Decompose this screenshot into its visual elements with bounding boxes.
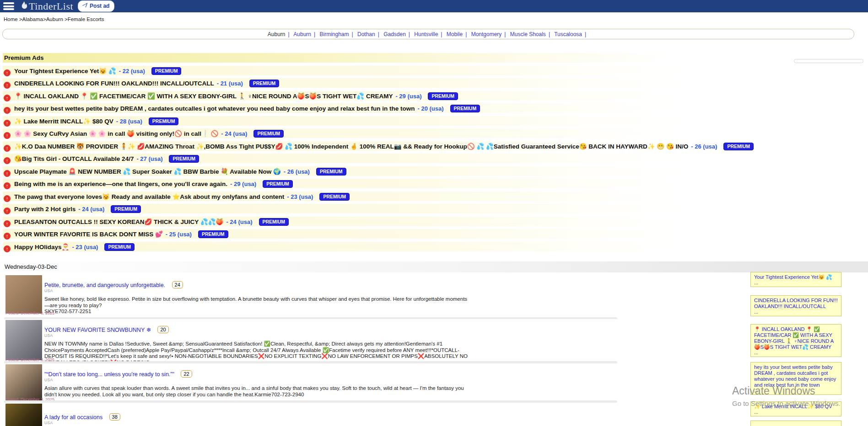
brand-logo[interactable]: TinderList bbox=[20, 0, 73, 12]
city-link-montgomery[interactable]: Montgomery bbox=[471, 31, 502, 37]
sidebar-ad-text: hey its your best wettes petite baby DRE… bbox=[754, 364, 838, 388]
listing-description-text: Sweet like honey, bold like espresso. Pe… bbox=[44, 296, 467, 308]
city-link-huntsville[interactable]: Huntsville bbox=[414, 31, 438, 37]
premium-badge: PREMIUM bbox=[253, 130, 284, 138]
premium-ad-meta: - 28 (usa) bbox=[116, 118, 142, 125]
premium-ad-title[interactable]: 🌸 🌸 Sexy CuRvy Asian 🌸 🌸 in call 🍑 visit… bbox=[14, 130, 218, 137]
premium-ad-title[interactable]: ✨ Lake Merritt INCALL✨ $80 QV bbox=[14, 118, 113, 125]
page: TinderList Post ad Home >Alabama>Auburn … bbox=[0, 0, 868, 426]
city-separator: | bbox=[504, 31, 506, 37]
premium-badge: PREMIUM bbox=[111, 205, 141, 213]
city-separator: | bbox=[585, 31, 586, 37]
bump-up-icon: ↑ bbox=[4, 233, 11, 240]
city-link-auburn[interactable]: Auburn bbox=[293, 31, 311, 37]
bump-up-icon: ↑ bbox=[4, 82, 11, 89]
premium-ad-meta: - 29 (usa) bbox=[230, 181, 256, 187]
city-link-dothan[interactable]: Dothan bbox=[357, 31, 375, 37]
bump-up-icon: ↑ bbox=[4, 245, 11, 252]
premium-badge: PREMIUM bbox=[316, 168, 346, 176]
listing-thumbnail[interactable] bbox=[5, 320, 42, 360]
premium-ad-title[interactable]: YOUR WINTER FAVORITE IS BACK DONT MISS 💕 bbox=[14, 231, 163, 238]
date-heading: Wednesday-03-Dec bbox=[5, 263, 57, 270]
breadcrumb[interactable]: Home >Alabama>Auburn >Female Escorts bbox=[4, 16, 104, 22]
sidebar-ad-text: Your Tightest Experience Yet😼 💦 bbox=[754, 274, 838, 280]
listing-country: USA bbox=[44, 378, 53, 382]
premium-ad-meta: - 29 (usa) bbox=[395, 93, 421, 100]
bump-up-icon: ↑ bbox=[4, 195, 11, 202]
flame-icon bbox=[20, 1, 28, 12]
premium-ad-row: ↑✨K.O Daa NUMBER 🐯 PROVIDER 🧍✨ 💋AMAZING … bbox=[3, 141, 746, 151]
premium-ad-meta: - 20 (usa) bbox=[417, 105, 443, 112]
listing-thumbnail[interactable] bbox=[5, 364, 42, 401]
premium-ad-title[interactable]: hey its your best wettes petite baby DRE… bbox=[14, 105, 415, 112]
listing-description: Sweet like honey, bold like espresso. Pe… bbox=[44, 296, 468, 315]
listing-row: "“Don't stare too long... unless you're … bbox=[0, 363, 631, 400]
listing-thumbnail[interactable] bbox=[5, 275, 42, 314]
sidebar-ad-box[interactable] bbox=[750, 421, 841, 426]
premium-badge: PREMIUM bbox=[723, 143, 754, 150]
premium-ad-meta: - 22 (usa) bbox=[119, 68, 145, 75]
city-link-tuscaloosa[interactable]: Tuscaloosa bbox=[554, 31, 582, 37]
post-ad-label: Post ad bbox=[90, 3, 109, 9]
premium-ad-title[interactable]: ✨K.O Daa NUMBER 🐯 PROVIDER 🧍✨ 💋AMAZING T… bbox=[14, 143, 688, 150]
sidebar-ad-text: ✨ Lake Merritt INCALL✨ $80 QV bbox=[754, 404, 838, 410]
city-nav: Auburn| Auburn| Birmingham| Dothan| Gads… bbox=[2, 29, 854, 39]
premium-ad-title[interactable]: 😘Big Tits Girl - OUTCALL Available 24/7 bbox=[14, 155, 134, 162]
listing-title[interactable]: Petite, brunette, and dangerously unforg… bbox=[44, 282, 165, 288]
premium-badge: PREMIUM bbox=[428, 92, 458, 100]
hamburger-menu-icon[interactable] bbox=[3, 2, 14, 10]
city-separator: | bbox=[352, 31, 353, 37]
listing-description: Asian allure with curves that speak loud… bbox=[44, 385, 468, 398]
premium-ad-title[interactable]: The pawg that everyone loves😼 Ready and … bbox=[14, 193, 284, 200]
premium-ad-title[interactable]: Being with me is an experience—one that … bbox=[14, 181, 227, 187]
sidebar-ad-box[interactable]: Your Tightest Experience Yet😼 💦 ... bbox=[750, 272, 841, 287]
sidebar-ad-box[interactable]: 📍 INCALL OAKLAND 📍 ✅ FACETIME/CAR ✅ WITH… bbox=[750, 324, 841, 357]
sidebar-ad-box[interactable]: CINDERELLA LOOKING FOR FUN!!! OAKLAND!!!… bbox=[750, 295, 841, 316]
premium-ad-row: ↑😘Big Tits Girl - OUTCALL Available 24/7… bbox=[3, 154, 746, 163]
premium-ad-title[interactable]: PLEASANTON OUTCALLS !! SEXY KOREAN💋 THIC… bbox=[14, 218, 223, 225]
city-current: Auburn bbox=[268, 31, 286, 37]
premium-ad-row: ↑Upscale Playmate 🚨 NEW NUMBER 💦 Super S… bbox=[3, 166, 746, 176]
city-separator: | bbox=[288, 31, 290, 37]
age-badge: 24 bbox=[172, 281, 183, 288]
city-link-birmingham[interactable]: Birmingham bbox=[319, 31, 349, 37]
sidebar-ad-ellipsis: ... bbox=[754, 388, 838, 393]
bump-up-icon: ↑ bbox=[4, 107, 11, 114]
premium-ad-row: ↑Being with me is an experience—one that… bbox=[3, 179, 746, 188]
premium-ad-row: ↑Happy HOlidays🎅- 23 (usa)PREMIUM bbox=[3, 242, 746, 251]
bump-up-icon: ↑ bbox=[4, 145, 11, 152]
sidebar-ad-text: 📍 INCALL OAKLAND 📍 ✅ FACETIME/CAR ✅ WITH… bbox=[754, 326, 838, 350]
city-separator: | bbox=[441, 31, 442, 37]
listing-title[interactable]: YOUR NEW FAVORITE SNOWBUNNY ❄ bbox=[44, 327, 151, 333]
bump-up-icon: ↑ bbox=[4, 182, 11, 189]
bump-up-icon: ↑ bbox=[4, 170, 11, 177]
premium-ad-title[interactable]: Happy HOlidays🎅 bbox=[14, 244, 69, 250]
premium-ad-title[interactable]: Upscale Playmate 🚨 NEW NUMBER 💦 Super So… bbox=[14, 168, 281, 175]
premium-ad-meta: - 27 (usa) bbox=[136, 155, 162, 162]
premium-ad-title[interactable]: Your Tightest Experience Yet😼 💦 bbox=[14, 68, 116, 75]
premium-ads-heading: Premium Ads bbox=[3, 53, 746, 63]
age-badge: 38 bbox=[109, 413, 120, 421]
post-ad-button[interactable]: Post ad bbox=[78, 0, 114, 12]
sidebar-ad-ellipsis: ... bbox=[754, 350, 838, 355]
city-link-mobile[interactable]: Mobile bbox=[447, 31, 463, 37]
sidebar-ad-box[interactable]: ✨ Lake Merritt INCALL✨ $80 QV ... bbox=[750, 401, 841, 416]
city-separator: | bbox=[465, 31, 467, 37]
premium-ad-row: ↑Party with 2 Hot girls- 24 (usa)PREMIUM bbox=[3, 204, 746, 213]
premium-ad-title[interactable]: 📍 INCALL OAKLAND 📍 ✅ FACETIME/CAR ✅ WITH… bbox=[14, 93, 393, 100]
listing-title[interactable]: "“Don't stare too long... unless you're … bbox=[44, 371, 174, 378]
premium-ad-title[interactable]: CINDERELLA LOOKING FOR FUN!!! OAKLAND!!!… bbox=[14, 80, 214, 87]
bump-up-icon: ↑ bbox=[4, 208, 11, 214]
premium-ad-row: ↑✨ Lake Merritt INCALL✨ $80 QV- 28 (usa)… bbox=[3, 116, 746, 126]
city-link-muscle-shoals[interactable]: Muscle Shoals bbox=[510, 31, 546, 37]
listing-row: A lady for all occasions 38 USA bbox=[0, 403, 631, 426]
listing-country: USA bbox=[44, 288, 53, 293]
sidebar-ad-box[interactable]: hey its your best wettes petite baby DRE… bbox=[750, 362, 841, 395]
premium-ad-title[interactable]: Party with 2 Hot girls bbox=[14, 206, 75, 213]
city-separator: | bbox=[549, 31, 550, 37]
listing-title[interactable]: A lady for all occasions bbox=[44, 414, 102, 421]
premium-badge: PREMIUM bbox=[263, 180, 293, 188]
listing-thumbnail[interactable] bbox=[5, 404, 42, 426]
city-link-gadsden[interactable]: Gadsden bbox=[383, 31, 406, 37]
paper-plane-icon bbox=[82, 2, 88, 10]
